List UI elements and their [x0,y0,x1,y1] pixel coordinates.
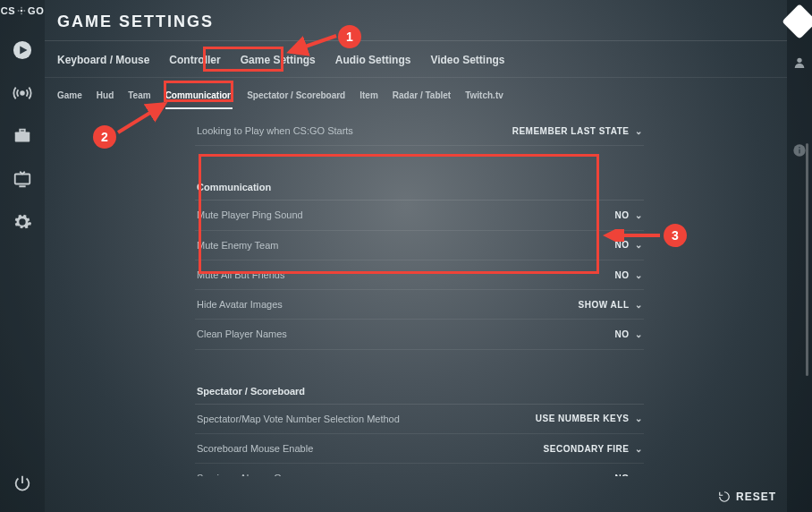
left-nav-rail: CS GO [0,0,45,512]
info-icon[interactable] [792,143,807,161]
setting-label: Hide Avatar Images [197,298,283,311]
setting-label: Clean Player Names [197,328,287,340]
svg-rect-3 [15,132,30,141]
subtab-game[interactable]: Game [57,87,82,109]
chevron-down-icon: ⌄ [635,444,643,454]
svg-point-2 [21,91,24,95]
svg-rect-4 [15,175,30,184]
settings-page: GAME SETTINGS Keyboard / Mouse Controlle… [45,0,787,512]
main-tabs: Keyboard / Mouse Controller Game Setting… [45,41,787,78]
subtab-communication[interactable]: Communication [165,87,233,109]
setting-clean-player-names: Clean Player Names NO⌄ [195,320,644,349]
reset-label: RESET [736,491,776,503]
briefcase-icon[interactable] [0,115,45,158]
setting-mute-all-but-friends: Mute All But Friends NO⌄ [195,260,644,290]
setting-looking-to-play: Looking to Play when CS:GO Starts REMEMB… [195,116,644,146]
tab-keyboard-mouse[interactable]: Keyboard / Mouse [57,52,149,68]
setting-survivors-always-on: Survivors Always On NO⌄ [195,464,644,476]
setting-value-dropdown[interactable]: NO⌄ [615,329,643,339]
chevron-down-icon: ⌄ [635,126,643,136]
subtab-team[interactable]: Team [128,87,150,109]
setting-scoreboard-mouse-enable: Scoreboard Mouse Enable SECONDARY FIRE⌄ [195,434,644,464]
chevron-down-icon: ⌄ [635,474,643,476]
chevron-down-icon: ⌄ [635,414,643,423]
setting-value-dropdown[interactable]: NO⌄ [615,210,643,220]
setting-hide-avatar-images: Hide Avatar Images SHOW ALL⌄ [195,290,644,320]
setting-value-dropdown[interactable]: NO⌄ [615,474,643,476]
gear-icon[interactable] [0,201,45,243]
setting-label: Spectator/Map Vote Number Selection Meth… [197,413,400,425]
play-icon[interactable] [0,29,45,72]
power-icon[interactable] [0,462,45,505]
setting-label: Looking to Play when CS:GO Starts [197,124,353,137]
setting-vote-number-method: Spectator/Map Vote Number Selection Meth… [195,405,644,434]
subtab-spectator-scoreboard[interactable]: Spectator / Scoreboard [247,87,345,109]
setting-label: Mute Enemy Team [197,239,279,252]
setting-label: Mute All But Friends [197,269,284,281]
sub-tabs: Game Hud Team Communication Spectator / … [45,78,787,109]
setting-value-dropdown[interactable]: SHOW ALL⌄ [579,300,642,310]
subtab-radar-tablet[interactable]: Radar / Tablet [393,87,451,109]
tv-icon[interactable] [0,158,45,201]
setting-mute-enemy-team: Mute Enemy Team NO⌄ [195,231,644,260]
setting-value-dropdown[interactable]: NO⌄ [615,240,643,250]
setting-value-dropdown[interactable]: USE NUMBER KEYS⌄ [536,414,642,423]
tab-game-settings[interactable]: Game Settings [241,52,316,68]
chevron-down-icon: ⌄ [635,210,643,220]
settings-scroll-area: Looking to Play when CS:GO Starts REMEMB… [45,109,787,512]
chevron-down-icon: ⌄ [635,270,643,280]
setting-label: Mute Player Ping Sound [197,209,303,221]
section-header-communication: Communication [195,169,644,201]
chevron-down-icon: ⌄ [635,300,643,310]
setting-value-dropdown[interactable]: SECONDARY FIRE⌄ [544,444,642,454]
scrollbar-thumb[interactable] [806,143,808,376]
tab-video-settings[interactable]: Video Settings [430,52,504,68]
csgo-logo: CS GO [1,5,44,16]
setting-value-dropdown[interactable]: REMEMBER LAST STATE⌄ [512,126,642,136]
setting-label: Scoreboard Mouse Enable [197,442,313,455]
broadcast-icon[interactable] [0,72,45,115]
chevron-down-icon: ⌄ [635,329,643,339]
svg-rect-7 [799,149,799,154]
reset-button[interactable]: RESET [718,491,776,503]
settings-list: Looking to Play when CS:GO Starts REMEMB… [195,116,644,476]
svg-point-0 [21,10,23,13]
page-title: GAME SETTINGS [57,13,774,31]
reset-icon [718,491,731,503]
subtab-twitchtv[interactable]: Twitch.tv [465,87,503,109]
subtab-hud[interactable]: Hud [97,87,114,109]
subtab-item[interactable]: Item [359,87,378,109]
svg-point-5 [797,58,801,63]
title-bar: GAME SETTINGS [45,0,787,41]
chevron-down-icon: ⌄ [635,240,643,250]
setting-label: Survivors Always On [197,472,287,476]
tab-audio-settings[interactable]: Audio Settings [335,52,411,68]
section-header-spectator: Spectator / Scoreboard [195,373,644,405]
setting-mute-player-ping: Mute Player Ping Sound NO⌄ [195,201,644,230]
setting-value-dropdown[interactable]: NO⌄ [615,270,643,280]
svg-rect-8 [799,147,799,148]
user-icon[interactable] [792,55,807,73]
tab-controller[interactable]: Controller [169,52,220,68]
